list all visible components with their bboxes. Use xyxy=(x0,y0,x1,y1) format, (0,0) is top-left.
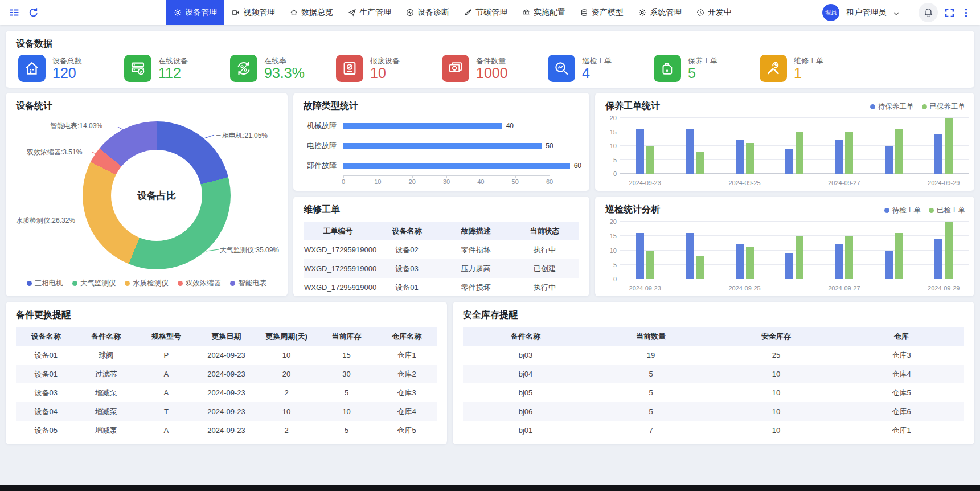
x-axis-tick-label xyxy=(869,179,919,186)
x-axis-labels: 2024-09-232024-09-252024-09-272024-09-29 xyxy=(620,179,969,186)
stat-text: 巡检工单4 xyxy=(582,56,612,81)
user-name[interactable]: 租户管理员 xyxy=(846,7,886,18)
legend-label: 水质检测仪 xyxy=(133,279,169,288)
y-axis-tick-label: 20 xyxy=(602,114,617,121)
table-cell: A xyxy=(136,383,196,402)
stat-value: 1 xyxy=(794,66,823,81)
gear-icon xyxy=(638,9,646,17)
legend-item[interactable]: 智能电表 xyxy=(230,279,266,288)
stat-text: 在线率93.3% xyxy=(264,56,305,81)
nav-item-label: 资产模型 xyxy=(592,7,624,18)
nav-item-6[interactable]: 节碳管理 xyxy=(457,0,515,25)
y-axis-tick-label: 5 xyxy=(602,261,617,268)
axis-tick-label: 20 xyxy=(409,178,416,185)
stat-label: 设备总数 xyxy=(52,56,82,66)
x-axis-tick-label xyxy=(670,285,719,292)
bar-group xyxy=(885,222,903,279)
legend-item[interactable]: 大气监测仪 xyxy=(72,279,116,288)
table-cell: 设备04 xyxy=(16,402,76,421)
table-row: 设备03增减泵A2024-09-2325仓库3 xyxy=(16,383,437,402)
y-axis-tick-label: 0 xyxy=(602,276,617,283)
fault-bar-row: 机械故障40 xyxy=(301,116,589,136)
table-cell: 仓库1 xyxy=(376,346,437,365)
building-icon xyxy=(18,55,46,82)
stat-card-2: 在线设备112 xyxy=(124,55,230,82)
table-cell: 2 xyxy=(256,421,317,440)
more-dots-icon[interactable] xyxy=(961,8,971,18)
column-header: 仓库 xyxy=(839,327,964,346)
device-pie-chart: 设备占比 三相电机:21.05%大气监测仪:35.09%水质检测仪:26.32%… xyxy=(6,93,288,296)
column-header: 工单编号 xyxy=(304,222,372,240)
x-axis-tick-label: 2024-09-23 xyxy=(620,179,670,186)
percent-cycle-icon xyxy=(230,55,257,82)
legend-item[interactable]: 待保养工单 xyxy=(870,102,914,112)
table-cell: 2024-09-23 xyxy=(196,421,257,440)
coins-icon xyxy=(580,9,588,17)
refresh-icon[interactable] xyxy=(28,7,39,18)
chevron-down-icon[interactable] xyxy=(893,9,900,16)
legend-dot xyxy=(884,208,889,213)
bar-group xyxy=(835,222,853,279)
axis-tick-label: 0 xyxy=(342,178,345,185)
stat-value: 120 xyxy=(52,66,82,81)
fault-type-card: 故障类型统计 机械故障40电控故障50部件故障60 0102030405060 xyxy=(293,93,589,191)
collapse-menu-icon[interactable] xyxy=(9,7,19,18)
fullscreen-icon[interactable] xyxy=(945,8,954,18)
home-icon xyxy=(290,9,298,17)
bar-group xyxy=(934,118,953,174)
bar-done xyxy=(895,129,903,174)
table-row: 设备01过滤芯A2024-09-232030仓库2 xyxy=(16,365,437,383)
user-avatar[interactable]: 理员 xyxy=(822,4,839,21)
table-cell: A xyxy=(136,421,196,440)
legend-label: 待保养工单 xyxy=(878,102,914,112)
legend-dot xyxy=(178,281,183,286)
legend-item[interactable]: 双效浓缩器 xyxy=(178,279,222,288)
nav-item-8[interactable]: 资产模型 xyxy=(573,0,631,25)
table-row: bj06510仓库6 xyxy=(463,402,964,421)
spare-replace-card: 备件更换提醒 设备名称备件名称规格型号更换日期更换周期(天)当前库存仓库名称设备… xyxy=(6,302,447,444)
table-cell: 15 xyxy=(317,346,377,365)
nav-item-label: 生产管理 xyxy=(359,7,391,18)
safety-stock-card: 安全库存提醒 备件名称当前数量安全库存仓库bj031925仓库3bj04510仓… xyxy=(453,302,974,444)
maintenance-bar-plot: 05101520 xyxy=(620,118,969,174)
fault-bar xyxy=(343,123,502,129)
stat-value: 1000 xyxy=(476,66,508,81)
bar-done xyxy=(696,256,704,279)
table-cell: 30 xyxy=(317,365,377,383)
stat-label: 在线率 xyxy=(264,56,305,66)
nav-item-1[interactable]: 设备管理 xyxy=(166,0,224,25)
table-cell: bj05 xyxy=(463,383,588,402)
nav-item-7[interactable]: 实施配置 xyxy=(515,0,573,25)
bar-group xyxy=(686,222,704,279)
navbar-right: 理员 租户管理员 xyxy=(822,3,980,22)
legend-item[interactable]: 已检工单 xyxy=(929,206,965,215)
legend-item[interactable]: 三相电机 xyxy=(27,279,63,288)
nav-item-label: 设备管理 xyxy=(185,7,217,18)
legend-item[interactable]: 待检工单 xyxy=(884,206,921,215)
bar-pending xyxy=(736,140,744,174)
fault-bar-value: 60 xyxy=(574,162,581,170)
nav-item-9[interactable]: 系统管理 xyxy=(631,0,689,25)
device-statistics-card: 设备统计 设备占比 三相电机:21.05%大气监测仪:35.09%水质检测仪:2… xyxy=(6,93,288,296)
nav-item-2[interactable]: 视频管理 xyxy=(224,0,282,25)
notification-bell-button[interactable] xyxy=(919,3,938,22)
stat-value: 5 xyxy=(688,66,717,81)
x-axis-tick-label: 2024-09-27 xyxy=(819,285,869,292)
table-row: 设备04增减泵T2024-09-231010仓库4 xyxy=(16,402,437,421)
nav-item-4[interactable]: 生产管理 xyxy=(341,0,399,25)
table-header-row: 设备名称备件名称规格型号更换日期更换周期(天)当前库存仓库名称 xyxy=(16,327,437,346)
nav-item-3[interactable]: 数据总览 xyxy=(282,0,341,25)
bar-pending xyxy=(736,244,744,279)
stat-text: 保养工单5 xyxy=(688,56,717,81)
bar-group xyxy=(934,222,953,279)
table-cell: 10 xyxy=(714,383,839,402)
stat-card-6: 巡检工单4 xyxy=(548,55,654,82)
table-cell: bj04 xyxy=(463,365,588,383)
nav-item-5[interactable]: 设备诊断 xyxy=(399,0,457,25)
legend-item[interactable]: 水质检测仪 xyxy=(125,279,169,288)
y-axis-tick-label: 20 xyxy=(602,218,617,225)
nav-item-10[interactable]: 开发中 xyxy=(689,0,739,25)
table-cell: 5 xyxy=(317,383,377,402)
legend-item[interactable]: 已保养工单 xyxy=(922,102,966,112)
pie-slice-label: 双效浓缩器:3.51% xyxy=(27,148,82,157)
